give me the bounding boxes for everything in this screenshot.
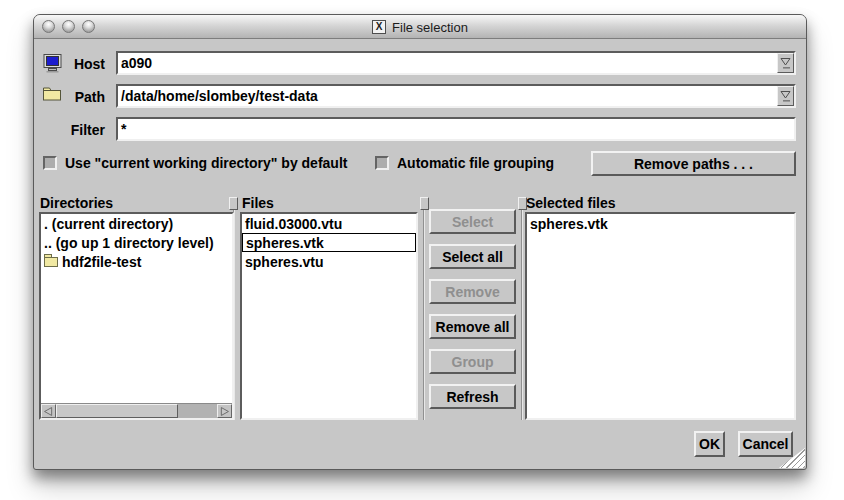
directory-item-label: . (current directory) — [44, 216, 173, 232]
file-item[interactable]: fluid.03000.vtu — [242, 214, 416, 233]
selected-files-pane-label: Selected files — [526, 195, 616, 211]
window-title: File selection — [392, 20, 468, 35]
host-input[interactable]: a090 — [116, 51, 796, 75]
zoom-button[interactable] — [82, 20, 95, 33]
x11-app-icon: X — [372, 20, 386, 34]
host-history-dropdown-button[interactable] — [777, 53, 794, 73]
titlebar[interactable]: X File selection — [34, 15, 806, 39]
directories-list: . (current directory).. (go up 1 directo… — [39, 212, 234, 420]
action-button-select: Select — [429, 209, 516, 234]
directory-item[interactable]: .. (go up 1 directory level) — [41, 233, 232, 252]
close-button[interactable] — [42, 20, 55, 33]
file-item-label: spheres.vtu — [245, 254, 324, 270]
selected-files-rows: spheres.vtk — [527, 214, 794, 233]
scroll-right-button[interactable] — [217, 404, 232, 418]
directory-item-label: .. (go up 1 directory level) — [44, 235, 214, 251]
file-item-label: fluid.03000.vtu — [245, 216, 342, 232]
chevron-down-icon — [780, 56, 791, 70]
filter-input[interactable]: * — [116, 117, 796, 141]
files-pane-label: Files — [242, 195, 274, 211]
action-button-remove: Remove — [429, 279, 516, 304]
splitter-line — [423, 210, 425, 420]
files-list: fluid.03000.vtuspheres.vtkspheres.vtu — [240, 212, 418, 420]
directories-rows: . (current directory).. (go up 1 directo… — [41, 214, 232, 271]
host-value: a090 — [118, 55, 152, 71]
use-cwd-checkbox[interactable] — [43, 156, 57, 170]
file-item[interactable]: spheres.vtk — [242, 233, 416, 252]
splitter-handle[interactable] — [518, 197, 527, 210]
directory-item-label: hdf2file-test — [62, 254, 141, 270]
filter-value: * — [118, 121, 126, 137]
splitter-handle[interactable] — [229, 197, 238, 210]
cancel-button[interactable]: Cancel — [738, 431, 793, 457]
file-item-label: spheres.vtk — [246, 235, 324, 251]
folder-icon — [44, 257, 58, 267]
selected-files-list: spheres.vtk — [525, 212, 796, 420]
splitter-line — [521, 210, 523, 420]
path-value: /data/home/slombey/test-data — [118, 88, 318, 104]
directory-item[interactable]: hdf2file-test — [41, 252, 232, 271]
directories-horizontal-scrollbar[interactable] — [41, 403, 232, 418]
scroll-track[interactable] — [56, 404, 217, 418]
action-button-group: Group — [429, 349, 516, 374]
selected-file-item-label: spheres.vtk — [530, 216, 608, 232]
auto-grouping-label: Automatic file grouping — [397, 155, 554, 171]
remove-paths-button[interactable]: Remove paths . . . — [591, 151, 796, 176]
path-history-dropdown-button[interactable] — [777, 86, 794, 106]
minimize-button[interactable] — [62, 20, 75, 33]
filter-label: Filter — [40, 122, 105, 138]
file-selection-window: X File selection Host a090 Path /data/ho… — [33, 14, 807, 470]
arrow-right-icon — [219, 406, 230, 417]
action-button-remove-all[interactable]: Remove all — [429, 314, 516, 339]
arrow-left-icon — [43, 406, 54, 417]
directories-pane-label: Directories — [40, 195, 113, 211]
host-label: Host — [40, 56, 105, 72]
path-label: Path — [40, 89, 105, 105]
scroll-left-button[interactable] — [41, 404, 56, 418]
ok-button[interactable]: OK — [694, 431, 725, 457]
auto-grouping-checkbox[interactable] — [375, 156, 389, 170]
titlebar-title-wrap: X File selection — [34, 15, 806, 39]
selected-file-item[interactable]: spheres.vtk — [527, 214, 794, 233]
use-cwd-label: Use "current working directory" by defau… — [65, 155, 347, 171]
scroll-thumb[interactable] — [56, 404, 178, 418]
file-item[interactable]: spheres.vtu — [242, 252, 416, 271]
action-button-refresh[interactable]: Refresh — [429, 384, 516, 409]
splitter-handle[interactable] — [420, 197, 429, 210]
directory-item[interactable]: . (current directory) — [41, 214, 232, 233]
chevron-down-icon — [780, 89, 791, 103]
files-rows: fluid.03000.vtuspheres.vtkspheres.vtu — [242, 214, 416, 271]
path-input[interactable]: /data/home/slombey/test-data — [116, 84, 796, 108]
action-button-select-all[interactable]: Select all — [429, 244, 516, 269]
